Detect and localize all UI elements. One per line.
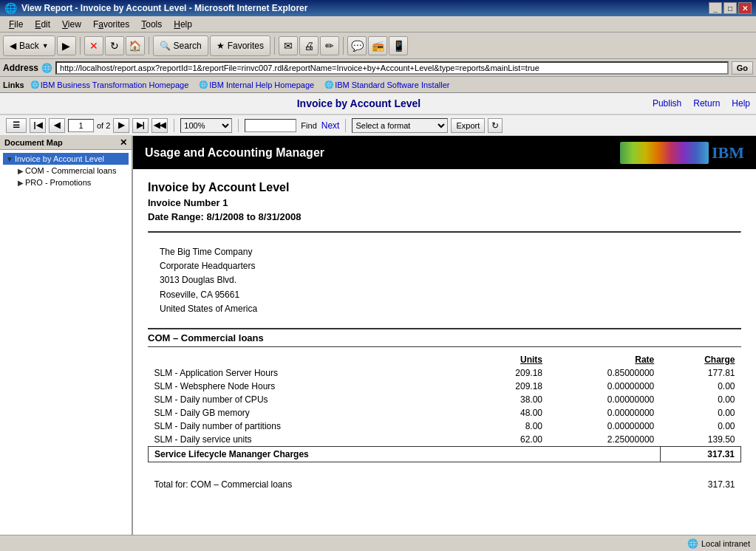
row-label-2: SLM - Daily number of CPUs	[149, 393, 474, 406]
find-input[interactable]	[245, 119, 296, 132]
table-row: SLM - Daily service units 62.00 2.250000…	[149, 433, 741, 447]
minimize-button[interactable]: _	[709, 2, 722, 14]
document-map-tree: ▼ Invoice by Account Level ▶ COM - Comme…	[0, 150, 132, 191]
back-dropdown-icon[interactable]: ▼	[42, 42, 49, 49]
prev-page-button[interactable]: ◀	[49, 118, 65, 133]
forward-button[interactable]: ▶	[57, 36, 76, 55]
search-label: Search	[174, 41, 202, 51]
page-number-input[interactable]	[68, 119, 94, 132]
address-country: United States of America	[160, 302, 729, 316]
ibm-header: Usage and Accounting Manager IBM	[133, 136, 756, 169]
globe-icon-2: 🌐	[199, 81, 208, 89]
tree-item-root[interactable]: ▼ Invoice by Account Level	[3, 153, 129, 165]
search-button[interactable]: 🔍 Search	[153, 35, 208, 56]
table-row: SLM - Websphere Node Hours 209.18 0.0000…	[149, 380, 741, 393]
maximize-button[interactable]: □	[723, 2, 737, 14]
edit-button[interactable]: ✏	[320, 36, 339, 55]
menu-view[interactable]: View	[56, 18, 87, 31]
menu-favorites[interactable]: Favorites	[87, 18, 135, 31]
menu-help[interactable]: Help	[168, 18, 198, 31]
document-map-close-button[interactable]: ✕	[120, 137, 127, 148]
refresh-report-icon: ↻	[491, 120, 499, 131]
forward-icon: ▶	[62, 40, 70, 52]
export-button[interactable]: Export	[451, 118, 485, 133]
refresh-icon: ↻	[110, 40, 119, 52]
report-date-range: Date Range: 8/1/2008 to 8/31/2008	[148, 211, 741, 222]
row-charge-2: 0.00	[660, 393, 740, 406]
refresh-report-button[interactable]: ↻	[488, 118, 503, 133]
report-toolbar: Invoice by Account Level Publish Return …	[0, 93, 756, 115]
find-next-link[interactable]: Next	[321, 120, 340, 131]
publish-link[interactable]: Publish	[653, 98, 681, 109]
address-dept: Corporate Headquarters	[160, 259, 729, 273]
total-label: Total for: COM – Commercial loans	[149, 476, 661, 493]
home-button[interactable]: 🏠	[126, 36, 145, 55]
print-button[interactable]: 🖨	[299, 36, 319, 55]
messenger-button[interactable]: 📱	[389, 36, 408, 55]
last-page-button[interactable]: ▶|	[132, 118, 149, 133]
favorites-button[interactable]: ★ Favorites	[210, 35, 270, 56]
mail-icon: ✉	[284, 40, 293, 52]
row-charge-4: 0.00	[660, 420, 740, 433]
back-icon: ◀	[10, 41, 16, 51]
tree-item-pro[interactable]: ▶ PRO - Promotions	[3, 177, 129, 188]
first-page-button[interactable]: |◀	[30, 118, 46, 133]
tree-expand-com-icon[interactable]: ▶	[18, 167, 24, 175]
links-item-1[interactable]: 🌐 IBM Business Transformation Homepage	[26, 80, 194, 90]
close-button[interactable]: ✕	[738, 2, 752, 14]
report-invoice-number: Invoice Number 1	[148, 197, 741, 208]
format-select[interactable]: Select a format PDF Excel Word CSV	[352, 118, 448, 133]
row-rate-5: 2.25000000	[548, 433, 660, 447]
mail-button[interactable]: ✉	[279, 36, 298, 55]
toolbar-separator-3	[274, 37, 275, 55]
help-link[interactable]: Help	[732, 98, 750, 109]
address-block: The Big Time Company Corporate Headquart…	[148, 239, 741, 322]
links-item-2-label: IBM Internal Help Homepage	[209, 81, 314, 89]
radio-button[interactable]: 📻	[368, 36, 387, 55]
tree-expand-icon[interactable]: ▼	[6, 155, 13, 163]
doc-map-toggle[interactable]: ☰	[6, 118, 27, 133]
row-rate-2: 0.00000000	[548, 393, 660, 406]
report-content[interactable]: Usage and Accounting Manager IBM Invoice…	[133, 136, 756, 535]
tree-item-com[interactable]: ▶ COM - Commercial loans	[3, 165, 129, 177]
address-icon: 🌐	[41, 63, 52, 73]
next-page-button[interactable]: ▶	[113, 118, 129, 133]
menu-edit[interactable]: Edit	[29, 18, 56, 31]
col-header-label	[149, 353, 474, 366]
links-item-2[interactable]: 🌐 IBM Internal Help Homepage	[194, 80, 319, 90]
discuss-button[interactable]: 💬	[347, 36, 367, 55]
links-item-1-label: IBM Business Transformation Homepage	[41, 81, 189, 89]
report-heading: Invoice by Account Level	[148, 181, 741, 194]
menu-tools[interactable]: Tools	[135, 18, 168, 31]
address-street: 3013 Douglas Blvd.	[160, 273, 729, 287]
report-body: Invoice by Account Level Invoice Number …	[133, 169, 756, 504]
print-icon: 🖨	[304, 40, 314, 52]
tree-expand-pro-icon[interactable]: ▶	[18, 179, 24, 187]
row-charge-3: 0.00	[660, 406, 740, 420]
document-map-title: Document Map	[4, 138, 63, 147]
stop-button[interactable]: ✕	[84, 36, 103, 55]
refresh-button[interactable]: ↻	[105, 36, 124, 55]
tree-item-com-label: COM - Commercial loans	[25, 166, 116, 175]
col-header-units: Units	[474, 353, 548, 366]
status-bar: 🌐 Local intranet	[0, 535, 756, 551]
back-button[interactable]: ◀ Back ▼	[3, 35, 55, 56]
star-icon: ★	[217, 41, 225, 51]
row-rate-1: 0.00000000	[548, 380, 660, 393]
row-units-1: 209.18	[474, 380, 548, 393]
menu-file[interactable]: File	[3, 18, 29, 31]
go-button[interactable]: Go	[732, 61, 753, 75]
radio-icon: 📻	[372, 40, 384, 52]
address-input[interactable]	[55, 61, 729, 75]
controls-separator-3	[345, 119, 346, 132]
row-units-5: 62.00	[474, 433, 548, 447]
back-nav-button[interactable]: ◀◀	[151, 118, 168, 133]
return-link[interactable]: Return	[693, 98, 720, 109]
table-row: SLM - Daily GB memory 48.00 0.00000000 0…	[149, 406, 741, 420]
row-rate-4: 0.00000000	[548, 420, 660, 433]
row-units-3: 48.00	[474, 406, 548, 420]
toolbar-separator-1	[80, 37, 81, 55]
links-item-3[interactable]: 🌐 IBM Standard Software Installer	[320, 80, 454, 90]
col-header-rate: Rate	[548, 353, 660, 366]
zoom-select[interactable]: 100% 75% 125%	[180, 118, 232, 133]
